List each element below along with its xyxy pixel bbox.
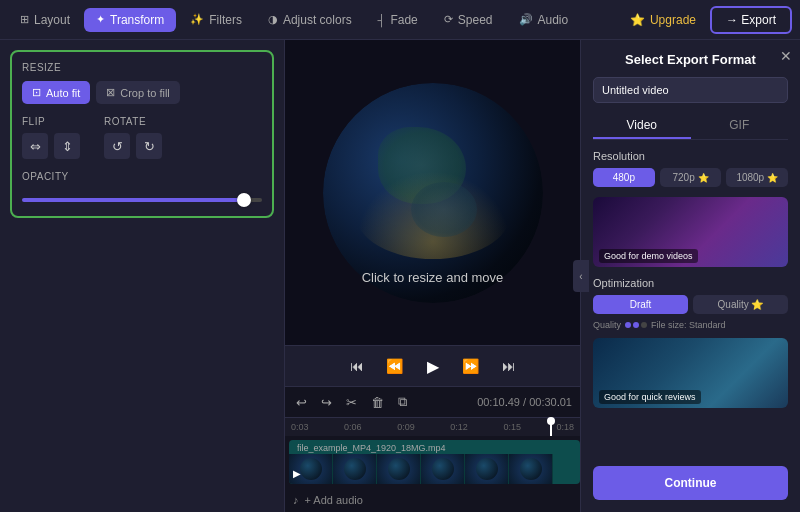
city-lights	[356, 171, 510, 259]
layout-icon: ⊞	[20, 13, 29, 26]
playhead-dot	[547, 417, 555, 425]
resolution-label: Resolution	[593, 150, 788, 162]
tab-layout[interactable]: ⊞ Layout	[8, 8, 82, 32]
preview-label: Good for demo videos	[599, 249, 698, 263]
undo-button[interactable]: ↩	[293, 392, 310, 413]
filename-input[interactable]	[593, 77, 788, 103]
music-icon: ♪	[293, 494, 299, 506]
thumb-3	[377, 454, 421, 484]
collapse-panel-button[interactable]: ‹	[573, 260, 589, 292]
track-content: file_example_MP4_1920_18MG.mp4 ▶	[289, 436, 580, 488]
skip-to-start-button[interactable]: ⏮	[345, 354, 369, 378]
crop-to-fill-button[interactable]: ⊠ Crop to fill	[96, 81, 180, 104]
resolution-preview: Good for demo videos	[593, 197, 788, 267]
opacity-slider[interactable]	[22, 198, 262, 202]
ruler-mark-2: 0:06	[344, 422, 362, 432]
flip-horizontal-button[interactable]: ⇔	[22, 133, 48, 159]
format-tab-video[interactable]: Video	[593, 113, 691, 139]
ruler-marks: 0:03 0:06 0:09 0:12 0:15 0:18	[289, 422, 576, 432]
skip-to-end-button[interactable]: ⏭	[497, 354, 521, 378]
quality-info: Quality File size: Standard	[593, 320, 788, 330]
fast-forward-button[interactable]: ⏩	[459, 354, 483, 378]
track-thumbnails	[289, 454, 553, 484]
format-tab-gif[interactable]: GIF	[691, 113, 789, 139]
dot-1	[625, 322, 631, 328]
resolution-720p-button[interactable]: 720p ⭐	[660, 168, 722, 187]
play-button[interactable]: ▶	[421, 354, 445, 378]
redo-button[interactable]: ↪	[318, 392, 335, 413]
video-track-row: file_example_MP4_1920_18MG.mp4 ▶	[285, 436, 580, 488]
ruler-mark-3: 0:09	[397, 422, 415, 432]
flip-rotate-row: FLIP ⇔ ⇕ ROTATE ↺ ↻	[22, 116, 262, 159]
thumb-6	[509, 454, 553, 484]
dot-2	[633, 322, 639, 328]
optimization-label: Optimization	[593, 277, 788, 289]
auto-fit-button[interactable]: ⊡ Auto fit	[22, 81, 90, 104]
star-icon: ⭐	[630, 13, 645, 27]
upgrade-button[interactable]: ⭐ Upgrade	[618, 8, 708, 32]
filters-icon: ✨	[190, 13, 204, 26]
resize-panel: RESIZE ⊡ Auto fit ⊠ Crop to fill FLIP ⇔ …	[10, 50, 274, 218]
timeline-ruler: 0:03 0:06 0:09 0:12 0:15 0:18	[285, 418, 580, 436]
preview-background: Good for demo videos	[593, 197, 788, 267]
quality-text: Quality	[593, 320, 621, 330]
audio-icon: 🔊	[519, 13, 533, 26]
timeline-toolbar: ↩ ↪ ✂ 🗑 ⧉ 00:10.49 / 00:30.01	[285, 387, 580, 418]
thumb-2	[333, 454, 377, 484]
export-panel-title: Select Export Format	[593, 52, 788, 67]
draft-button[interactable]: Draft	[593, 295, 688, 314]
tab-transform[interactable]: ✦ Transform	[84, 8, 176, 32]
playback-controls: ⏮ ⏪ ▶ ⏩ ⏭	[285, 345, 580, 386]
tab-speed[interactable]: ⟳ Speed	[432, 8, 505, 32]
resolution-1080p-button[interactable]: 1080p ⭐	[726, 168, 788, 187]
rotate-section: ROTATE ↺ ↻	[104, 116, 162, 159]
flip-vertical-button[interactable]: ⇕	[54, 133, 80, 159]
delete-button[interactable]: 🗑	[368, 392, 387, 413]
resize-label: RESIZE	[22, 62, 262, 73]
quality-dots	[625, 322, 647, 328]
continue-button[interactable]: Continue	[593, 466, 788, 500]
close-export-button[interactable]: ✕	[780, 48, 792, 64]
file-size-text: File size: Standard	[651, 320, 726, 330]
tab-adjust-colors[interactable]: ◑ Adjust colors	[256, 8, 364, 32]
tab-audio[interactable]: 🔊 Audio	[507, 8, 581, 32]
top-navigation: ⊞ Layout ✦ Transform ✨ Filters ◑ Adjust …	[0, 0, 800, 40]
main-area: RESIZE ⊡ Auto fit ⊠ Crop to fill FLIP ⇔ …	[0, 40, 800, 512]
rotate-left-button[interactable]: ↺	[104, 133, 130, 159]
ruler-mark-1: 0:03	[291, 422, 309, 432]
video-track[interactable]: file_example_MP4_1920_18MG.mp4 ▶	[289, 440, 580, 484]
resolution-options: 480p 720p ⭐ 1080p ⭐	[593, 168, 788, 187]
track-play-icon: ▶	[293, 468, 301, 479]
click-to-resize-label: Click to resize and move	[362, 270, 504, 285]
ruler-mark-5: 0:15	[503, 422, 521, 432]
video-preview[interactable]: Click to resize and move	[285, 40, 580, 345]
ruler-mark-6: 0:18	[556, 422, 574, 432]
cut-button[interactable]: ✂	[343, 392, 360, 413]
rewind-button[interactable]: ⏪	[383, 354, 407, 378]
resolution-480p-button[interactable]: 480p	[593, 168, 655, 187]
rotate-icons: ↺ ↻	[104, 133, 162, 159]
adjust-icon: ◑	[268, 13, 278, 26]
export-button[interactable]: → Export	[710, 6, 792, 34]
dot-3	[641, 322, 647, 328]
export-panel: ✕ Select Export Format Video GIF Resolut…	[580, 40, 800, 512]
tab-fade[interactable]: ┤ Fade	[366, 8, 430, 32]
rotate-right-button[interactable]: ↻	[136, 133, 162, 159]
add-audio-row[interactable]: ♪ + Add audio	[285, 488, 580, 512]
thumb-5	[465, 454, 509, 484]
flip-icons: ⇔ ⇕	[22, 133, 80, 159]
time-display: 00:10.49 / 00:30.01	[477, 396, 572, 408]
track-filename: file_example_MP4_1920_18MG.mp4	[297, 443, 446, 453]
duplicate-button[interactable]: ⧉	[395, 391, 410, 413]
optimization-options: Draft Quality ⭐	[593, 295, 788, 314]
tab-filters[interactable]: ✨ Filters	[178, 8, 254, 32]
format-tabs: Video GIF	[593, 113, 788, 140]
quality-button[interactable]: Quality ⭐	[693, 295, 788, 314]
playhead	[550, 418, 552, 436]
optimization-preview: Good for quick reviews	[593, 338, 788, 408]
thumb-4	[421, 454, 465, 484]
speed-icon: ⟳	[444, 13, 453, 26]
fade-icon: ┤	[378, 14, 386, 26]
transform-icon: ✦	[96, 13, 105, 26]
opacity-label: OPACITY	[22, 171, 262, 182]
